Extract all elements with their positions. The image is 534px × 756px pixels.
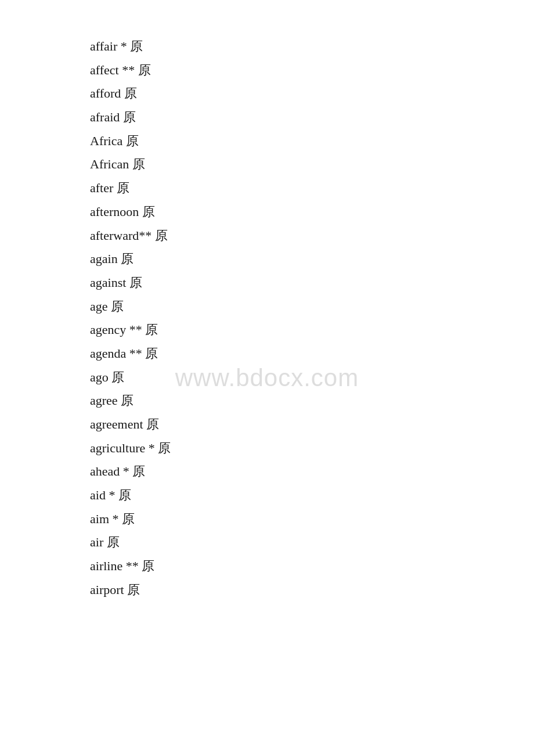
list-item: air 原	[90, 531, 534, 555]
list-item: aim * 原	[90, 507, 534, 531]
word-text: afford 原	[90, 86, 137, 100]
word-text: agenda ** 原	[90, 346, 158, 361]
list-item: affect ** 原	[90, 59, 534, 82]
list-item: ago 原	[90, 366, 534, 390]
word-text: afterward** 原	[90, 228, 168, 243]
list-item: agree 原	[90, 389, 534, 413]
list-item: agenda ** 原	[90, 342, 534, 366]
page-container: www.bdocx.com affair * 原affect ** 原affor…	[0, 0, 534, 756]
list-item: agriculture * 原	[90, 437, 534, 460]
list-item: afternoon 原	[90, 200, 534, 224]
word-text: agreement 原	[90, 417, 159, 431]
list-item: affair * 原	[90, 35, 534, 59]
list-item: aid * 原	[90, 484, 534, 507]
list-item: agency ** 原	[90, 318, 534, 342]
word-text: afternoon 原	[90, 204, 155, 219]
list-item: Africa 原	[90, 129, 534, 153]
word-text: ago 原	[90, 370, 124, 384]
word-text: against 原	[90, 275, 142, 290]
word-text: Africa 原	[90, 134, 139, 148]
list-item: African 原	[90, 153, 534, 177]
word-text: affect ** 原	[90, 63, 151, 77]
word-text: aim * 原	[90, 512, 135, 526]
word-text: agriculture * 原	[90, 441, 171, 455]
word-text: agency ** 原	[90, 322, 158, 337]
list-item: airline ** 原	[90, 555, 534, 578]
list-item: ahead * 原	[90, 460, 534, 484]
word-text: again 原	[90, 251, 134, 266]
list-item: again 原	[90, 247, 534, 271]
list-item: afraid 原	[90, 106, 534, 129]
list-item: agreement 原	[90, 413, 534, 437]
word-text: age 原	[90, 299, 124, 314]
word-text: agree 原	[90, 393, 134, 408]
word-text: affair * 原	[90, 39, 143, 53]
word-text: ahead * 原	[90, 464, 145, 478]
word-text: airport 原	[90, 582, 140, 597]
list-item: age 原	[90, 295, 534, 319]
word-text: African 原	[90, 157, 145, 171]
word-text: aid * 原	[90, 488, 131, 502]
list-item: against 原	[90, 271, 534, 295]
word-list: affair * 原affect ** 原afford 原afraid 原Afr…	[90, 35, 534, 602]
list-item: afterward** 原	[90, 224, 534, 248]
word-text: airline ** 原	[90, 559, 154, 573]
word-text: afraid 原	[90, 110, 136, 124]
list-item: airport 原	[90, 578, 534, 602]
list-item: afford 原	[90, 82, 534, 106]
word-text: after 原	[90, 181, 129, 195]
word-text: air 原	[90, 535, 120, 549]
list-item: after 原	[90, 177, 534, 200]
